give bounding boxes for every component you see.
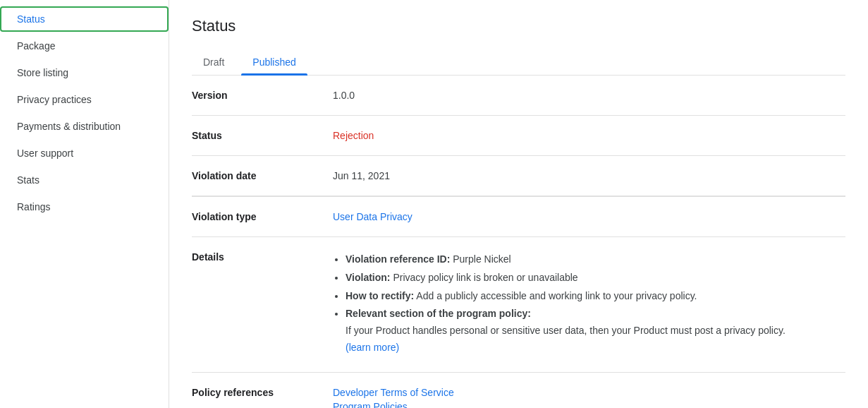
- details-label: Details: [192, 237, 333, 373]
- violation-type-label: Violation type: [192, 197, 333, 237]
- violation-type-row: Violation type User Data Privacy: [192, 197, 845, 237]
- sidebar-item-status[interactable]: Status: [0, 6, 169, 32]
- status-value: Rejection: [333, 116, 845, 156]
- policy-references-row: Policy references Developer Terms of Ser…: [192, 372, 845, 408]
- policy-links-container: Developer Terms of Service Program Polic…: [333, 387, 845, 408]
- tab-draft[interactable]: Draft: [192, 49, 236, 75]
- sidebar-item-payments-distribution[interactable]: Payments & distribution: [0, 114, 169, 139]
- detail-text-3: Add a publicly accessible and working li…: [416, 290, 697, 301]
- info-table: Version 1.0.0 Status Rejection Violation…: [192, 76, 845, 408]
- details-value: Violation reference ID: Purple Nickel Vi…: [333, 237, 845, 373]
- version-value: 1.0.0: [333, 76, 845, 116]
- sidebar: Status Package Store listing Privacy pra…: [0, 0, 169, 408]
- version-row: Version 1.0.0: [192, 76, 845, 116]
- detail-bold-2: Violation:: [346, 272, 391, 283]
- sidebar-item-ratings[interactable]: Ratings: [0, 194, 169, 220]
- detail-item-1: Violation reference ID: Purple Nickel: [346, 251, 845, 268]
- page-title: Status: [192, 17, 845, 35]
- main-content: Status Draft Published Version 1.0.0 Sta…: [169, 0, 868, 408]
- sidebar-item-stats[interactable]: Stats: [0, 167, 169, 193]
- violation-type-link[interactable]: User Data Privacy: [333, 211, 412, 222]
- detail-item-2: Violation: Privacy policy link is broken…: [346, 270, 845, 287]
- violation-type-value: User Data Privacy: [333, 197, 845, 237]
- detail-extra-text: If your Product handles personal or sens…: [346, 325, 786, 336]
- details-row: Details Violation reference ID: Purple N…: [192, 237, 845, 373]
- tabs-container: Draft Published: [192, 49, 845, 76]
- policy-references-value: Developer Terms of Service Program Polic…: [333, 372, 845, 408]
- detail-item-4: Relevant section of the program policy: …: [346, 306, 845, 356]
- detail-bold-4: Relevant section of the program policy:: [346, 308, 531, 319]
- detail-item-3: How to rectify: Add a publicly accessibl…: [346, 288, 845, 305]
- policy-link-program-policies[interactable]: Program Policies: [333, 401, 845, 408]
- tab-published[interactable]: Published: [241, 49, 307, 75]
- version-label: Version: [192, 76, 333, 116]
- detail-text-2: Privacy policy link is broken or unavail…: [393, 272, 577, 283]
- status-row: Status Rejection: [192, 116, 845, 156]
- sidebar-item-privacy-practices[interactable]: Privacy practices: [0, 87, 169, 112]
- violation-date-value: Jun 11, 2021: [333, 156, 845, 196]
- violation-date-label: Violation date: [192, 156, 333, 196]
- sidebar-item-package[interactable]: Package: [0, 33, 169, 59]
- policy-references-label: Policy references: [192, 372, 333, 408]
- detail-bold-1: Violation reference ID:: [346, 253, 450, 265]
- detail-bold-3: How to rectify:: [346, 290, 414, 301]
- sidebar-item-store-listing[interactable]: Store listing: [0, 60, 169, 85]
- learn-more-link[interactable]: (learn more): [346, 342, 399, 353]
- status-label: Status: [192, 116, 333, 156]
- sidebar-item-user-support[interactable]: User support: [0, 140, 169, 166]
- detail-text-1: Purple Nickel: [453, 253, 511, 265]
- violation-date-row: Violation date Jun 11, 2021: [192, 156, 845, 196]
- policy-link-developer-tos[interactable]: Developer Terms of Service: [333, 387, 845, 398]
- status-badge: Rejection: [333, 130, 374, 141]
- details-list: Violation reference ID: Purple Nickel Vi…: [333, 251, 845, 356]
